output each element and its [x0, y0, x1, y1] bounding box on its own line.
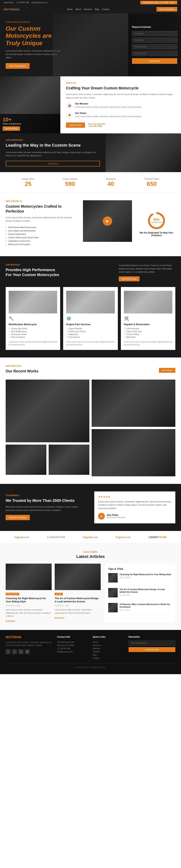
- logo-4: logoipsum: [116, 536, 131, 539]
- skill-percentage: 92%: [153, 218, 159, 221]
- testimonial-stars: ★★★★★: [98, 495, 172, 498]
- repaint-title: Repaint & Restoration: [124, 323, 172, 326]
- sidebar-post-3-title: 15 Reasons Why a Custom Motorcycle is Wo…: [119, 603, 172, 609]
- form-submit-button[interactable]: Submit Now: [132, 58, 177, 64]
- repaint-desc: Lorem ipsum dolor sit amet consectetur a…: [124, 340, 172, 346]
- newsletter-input[interactable]: [129, 641, 175, 646]
- rep-item-2: Custom Paint Jobs: [124, 330, 172, 333]
- blog-sidebar: Tips & Trick Choosing the Right Motorcyc…: [104, 564, 175, 622]
- dark-services-section: OUR SERVICES Provides High Performance F…: [0, 256, 181, 358]
- testimonial-card: ★★★★★ Lorem ipsum dolor sit amet, consec…: [94, 491, 175, 523]
- engine-icon: ⚙️: [66, 316, 115, 321]
- service-modification-image: [9, 291, 57, 313]
- logo-1: logoipsum: [14, 536, 30, 539]
- nav-contact[interactable]: Contact: [102, 8, 109, 10]
- services-banner-tag: OUR ADVANTAGES: [6, 139, 100, 141]
- footer-link-about[interactable]: About Us: [93, 644, 124, 647]
- testimonials-button[interactable]: Read All Feedback: [6, 515, 30, 520]
- recent-works-section: OUR PORTFOLIO Our Recent Works All Proje…: [0, 358, 181, 484]
- dark-services-desc: Suspendisse aliquam est a lectus. Fusce …: [119, 264, 175, 274]
- footer-links: Quick Links Home About Us Services Portf…: [93, 636, 124, 660]
- stat-projects-label: Finished Project: [144, 178, 159, 180]
- engine-title: Engine Part Services: [66, 323, 115, 326]
- modification-desc: Lorem ipsum dolor sit amet consectetur a…: [9, 340, 57, 346]
- footer-newsletter: Newsletter Subscribe Now: [129, 636, 175, 660]
- nav-home[interactable]: Home: [67, 8, 72, 10]
- footer-link-blog[interactable]: Blog: [93, 653, 124, 657]
- social-facebook-icon[interactable]: f: [6, 649, 10, 654]
- view-all-services-button[interactable]: View All Service: [119, 276, 140, 281]
- crafted-image: ▶: [83, 200, 132, 242]
- footer-logo: MOTORAN: [6, 636, 52, 639]
- social-youtube-icon[interactable]: ▶: [25, 649, 30, 654]
- newsletter-subscribe-button[interactable]: Subscribe Now: [129, 647, 175, 652]
- nav-links: Home About Services Blog Contact: [67, 8, 109, 10]
- about-image-overlay: 10+ Years of Experience Find Out More: [0, 114, 60, 133]
- author-info: Alex Parks Motorcycle Enthusiast: [107, 514, 125, 519]
- form-phone-input[interactable]: [132, 44, 177, 49]
- form-email-input[interactable]: [132, 38, 177, 43]
- nav-about[interactable]: About: [75, 8, 81, 10]
- dark-services-right: Suspendisse aliquam est a lectus. Fusce …: [119, 264, 175, 281]
- stat-customer-label: Loyal Customer: [63, 178, 77, 180]
- logos-section: logoipsum LOGOIPSUM logoipsum logoipsum …: [0, 531, 181, 544]
- blog-card-1: TIPS & TRICK Choosing the Right Motorcyc…: [6, 564, 52, 622]
- crafted-section: WHY CHOOSE US Custom Motorcycles Crafted…: [0, 193, 181, 256]
- blog-card-1-read-more[interactable]: Read More →: [6, 620, 18, 622]
- crafted-tag: WHY CHOOSE US: [6, 200, 77, 203]
- years-label: Years of Experience: [3, 123, 58, 125]
- about-desc: Lorem ipsum dolor sit amet, consectetur …: [66, 93, 175, 99]
- nav-cta-button[interactable]: Get Consultation: [156, 7, 177, 11]
- social-twitter-icon[interactable]: t: [12, 649, 17, 654]
- blog-card-2-read-more[interactable]: Read More →: [55, 617, 67, 619]
- footer-link-portfolio[interactable]: Portfolio: [93, 650, 124, 653]
- mission-title: Our Mission: [75, 102, 142, 105]
- testimonials-title: We Trusted by More Than 2500 Clients: [6, 498, 87, 503]
- dedicated-text: We Are Dedicated To Help Your Problems: [138, 231, 175, 237]
- footer-links-list: Home About Us Services Portfolio Blog Co…: [93, 641, 124, 660]
- nav-logo: MOTORAN: [4, 8, 20, 11]
- feature-3: Engine Diagnostics: [6, 232, 77, 236]
- mission-icon: 🎯: [66, 102, 73, 109]
- nav-blog[interactable]: Blog: [95, 8, 99, 10]
- stat-mechanics-value: 40: [106, 181, 116, 187]
- crafted-skill: 92% Technical Skill We Are Dedicated To …: [138, 200, 175, 249]
- eng-item-1: Engine Rebuilds: [66, 327, 115, 330]
- modification-icon: 🔧: [9, 316, 57, 321]
- blog-card-1-title: Choosing the Right Motorcycle for Your R…: [6, 597, 52, 603]
- about-find-out-button[interactable]: Find Out More: [3, 126, 20, 131]
- all-projects-button[interactable]: All Projects: [159, 368, 175, 373]
- footer-link-contact[interactable]: Contact: [93, 657, 124, 660]
- rep-item-4: Metal Work: [124, 336, 172, 339]
- blog-tag-2: GUIDE: [55, 593, 63, 595]
- sidebar-post-3-info: 15 Reasons Why a Custom Motorcycle is Wo…: [119, 603, 172, 612]
- work-item-right-1: [92, 380, 175, 427]
- form-service-input[interactable]: [132, 51, 177, 56]
- footer-link-home[interactable]: Home: [93, 641, 124, 644]
- about-buttons: Explore More Have Any Question +123 450 …: [66, 122, 175, 128]
- form-name-input[interactable]: [132, 31, 177, 36]
- stat-projects: Finished Project 650: [144, 178, 159, 187]
- social-instagram-icon[interactable]: in: [19, 649, 23, 654]
- sidebar-post-1-title: Choosing the Right Motorcycle for Your R…: [119, 573, 171, 576]
- explore-more-button[interactable]: Explore More: [66, 122, 85, 128]
- footer-link-services[interactable]: Services: [93, 647, 124, 650]
- services-banner-title: Leading the Way in the Custom Scene: [6, 143, 100, 148]
- about-content: ABOUT US Crafting Your Dream Custom Moto…: [60, 76, 181, 133]
- services-grid: 🔧 Modification Motorcycle Custom Bike Bu…: [6, 287, 175, 350]
- blog-card-2: GUIDE The Art of Custom Motorcycle Desig…: [55, 564, 101, 622]
- sidebar-post-1: Choosing the Right Motorcycle for Your R…: [108, 573, 172, 585]
- feature-5: Upgrading Components: [6, 239, 77, 243]
- work-item-small-1: [6, 444, 46, 475]
- nav-services[interactable]: Services: [84, 8, 92, 10]
- blog-title: Latest Articles: [6, 554, 175, 559]
- mod-item-2: Style Modifications: [9, 330, 57, 333]
- stat-garage-value: 25: [22, 181, 34, 187]
- engine-list: Engine Rebuilds Performance Tuning Diagn…: [66, 327, 115, 339]
- hero-cta-button[interactable]: Free Consultation: [6, 63, 30, 69]
- footer: MOTORAN Lorem ipsum dolor sit amet, cons…: [0, 630, 181, 674]
- play-button[interactable]: ▶: [103, 216, 112, 226]
- contact-addr2: New York, NY 10001: [57, 644, 88, 647]
- services-banner-button[interactable]: Read More: [6, 161, 100, 166]
- skill-label: Technical Skill: [151, 221, 162, 223]
